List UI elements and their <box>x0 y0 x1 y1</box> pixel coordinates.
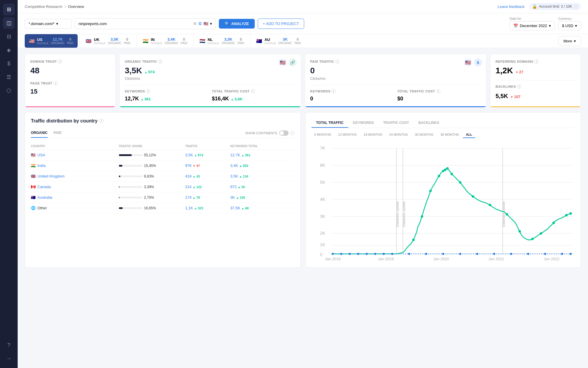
chart-tab-backlinks[interactable]: BACKLINKS <box>414 118 444 128</box>
country-canada[interactable]: 🇨🇦Canada <box>31 185 116 189</box>
backlinks-section: BACKLINKS i 5,5K 107 <box>496 80 575 100</box>
paid-info-icon[interactable]: i <box>335 59 339 64</box>
google-icon: G <box>199 21 202 26</box>
backlinks-label: BACKLINKS i <box>496 84 575 89</box>
total-cost-info-icon[interactable]: i <box>251 89 255 93</box>
leave-feedback-link[interactable]: Leave feedback <box>497 4 524 9</box>
sidebar-item-globe[interactable]: ⬡ <box>3 85 15 97</box>
paid-traffic-label: PAID TRAFFIC i <box>310 59 481 64</box>
us-paid-val: 0 <box>69 37 71 42</box>
time-tab-all[interactable]: ALL <box>463 132 475 138</box>
sidebar-item-list[interactable]: ☰ <box>3 71 15 83</box>
breadcrumb-root[interactable]: Competitive Research <box>25 4 62 9</box>
page-trust-info-icon[interactable]: i <box>54 81 58 85</box>
sidebar-item-tag[interactable]: ◈ <box>3 44 15 56</box>
sidebar-item-layers[interactable]: ◫ <box>3 17 15 29</box>
sidebar-item-grid[interactable]: ⊟ <box>3 31 15 42</box>
page-trust-value: 15 <box>30 88 110 95</box>
uk-organic-label: ORGANIC <box>108 42 121 45</box>
clear-search-icon[interactable]: ✕ <box>193 21 197 26</box>
in-tab-paid: 0 PAID <box>181 37 187 45</box>
svg-point-24 <box>429 190 432 192</box>
currency-select[interactable]: $ USD ▾ <box>558 21 581 30</box>
nl-paid-val: 0 <box>240 37 242 42</box>
svg-point-45 <box>374 253 376 255</box>
time-tab-36m[interactable]: 36 MONTHS <box>437 132 462 138</box>
backlinks-value: 5,5K <box>496 93 508 100</box>
country-tab-us[interactable]: 🇺🇸 US GOOGLE 12,7K ORGANIC 0 PAID <box>25 34 78 48</box>
add-to-project-button[interactable]: + ADD TO PROJECT <box>258 19 304 29</box>
backlinks-info-icon[interactable]: i <box>517 84 521 89</box>
country-australia[interactable]: 🇦🇺Australia <box>31 195 116 200</box>
analyze-label: ANALYZE <box>231 21 249 26</box>
account-limit-info[interactable]: i <box>574 4 578 9</box>
svg-text:Jan 2020: Jan 2020 <box>433 257 449 261</box>
domain-trust-info-icon[interactable]: i <box>58 59 62 64</box>
content-area: DOMAIN TRUST i 48 PAGE TRUST i 15 🇺🇸 🔗 <box>18 48 588 368</box>
svg-point-51 <box>459 253 461 255</box>
continents-info-icon[interactable]: i <box>290 131 294 135</box>
paid-cost-info-icon[interactable]: i <box>436 89 440 93</box>
date-select[interactable]: 📅 December 2022 ▾ <box>509 21 555 30</box>
time-tab-18m[interactable]: 18 MONTHS <box>361 132 385 138</box>
referring-info-icon[interactable]: i <box>534 59 539 64</box>
col-traffic: TRAFFIC <box>185 145 228 148</box>
paid-keywords-info-icon[interactable]: i <box>332 89 336 93</box>
main-content: Competitive Research > Overview Leave fe… <box>18 0 588 368</box>
svg-point-30 <box>459 181 462 184</box>
search-input[interactable] <box>79 21 191 26</box>
chart-tabs: TOTAL TRAFFIC KEYWORDS TRAFFIC COST BACK… <box>312 118 575 128</box>
india-keywords: 3,4K 255 <box>230 163 294 168</box>
keywords-value: 12,7K <box>125 96 139 102</box>
chart-tab-total-traffic[interactable]: TOTAL TRAFFIC <box>312 118 348 128</box>
tab-paid[interactable]: PAID <box>54 128 62 138</box>
table-row: 🇬🇧United Kingdom 6,63% 419 43 3,5K 134 <box>31 171 294 182</box>
organic-traffic-value: 3,5K <box>125 66 142 75</box>
time-tab-6m[interactable]: 6 MONTHS <box>312 132 334 138</box>
traffic-dist-info-icon[interactable]: i <box>99 119 104 123</box>
time-tab-30m[interactable]: 30 MONTHS <box>412 132 436 138</box>
country-tab-au[interactable]: 🇦🇺 AU GOOGLE 3K ORGANIC 0 PAID <box>252 34 305 48</box>
chart-tab-keywords[interactable]: KEYWORDS <box>348 118 379 128</box>
usa-bar-wrap: 55,12% <box>119 153 183 157</box>
breadcrumb-separator: > <box>64 4 66 9</box>
country-uk[interactable]: 🇬🇧United Kingdom <box>31 174 116 178</box>
country-tab-nl[interactable]: 🇳🇱 NL GOOGLE 3,3K ORGANIC 0 PAID <box>195 34 248 48</box>
country-usa[interactable]: 🇺🇸USA <box>31 153 116 157</box>
sidebar-item-arrow[interactable]: → <box>3 353 15 364</box>
analyze-button[interactable]: 🔍 ANALYZE <box>219 19 255 29</box>
country-tab-uk[interactable]: 🇬🇧 UK GOOGLE 3,5K ORGANIC 0 PAID <box>81 34 134 48</box>
paid-sub-metrics: KEYWORDS i 0 TOTAL TRAFFIC COST i $0 <box>310 85 481 102</box>
domain-pattern-select[interactable]: *.domain.com/* ▾ <box>25 19 72 29</box>
svg-point-34 <box>518 230 521 233</box>
topbar: Competitive Research > Overview Leave fe… <box>18 0 588 13</box>
us-code: US <box>37 37 49 42</box>
tab-organic[interactable]: ORGANIC <box>31 128 48 138</box>
keywords-value-wrap: 12,7K 361 <box>125 96 208 102</box>
breadcrumb-current: Overview <box>68 4 84 9</box>
svg-point-43 <box>357 253 359 255</box>
india-traffic: 976 47 <box>185 163 228 168</box>
sidebar-item-help[interactable]: ? <box>3 339 15 351</box>
chart-tab-traffic-cost[interactable]: TRAFFIC COST <box>379 118 414 128</box>
australia-traffic: 174 79 <box>185 195 228 200</box>
paid-cost-label: TOTAL TRAFFIC COST i <box>397 89 481 93</box>
country-tab-in[interactable]: 🇮🇳 IN GOOGLE 3,4K ORGANIC 0 PAID <box>139 34 191 48</box>
svg-text:5K: 5K <box>320 180 325 185</box>
time-tab-24m[interactable]: 24 MONTHS <box>386 132 411 138</box>
sidebar-item-dollar[interactable]: $ <box>3 58 15 69</box>
svg-text:7K: 7K <box>320 146 325 150</box>
time-tab-12m[interactable]: 12 MONTHS <box>335 132 359 138</box>
flag-chevron-icon[interactable]: ▾ <box>210 21 212 26</box>
table-row: 🇨🇦Canada 3,39% 214 122 872 55 <box>31 182 294 192</box>
svg-point-40 <box>332 253 334 255</box>
more-button[interactable]: More ▾ <box>558 36 581 46</box>
sidebar-item-home[interactable]: ⊞ <box>3 4 15 15</box>
continents-toggle-switch[interactable] <box>279 130 289 136</box>
organic-info-icon[interactable]: i <box>158 59 162 64</box>
australia-keywords: 3K 155 <box>230 195 294 200</box>
keywords-info-icon[interactable]: i <box>146 89 150 93</box>
svg-text:2K: 2K <box>320 231 325 236</box>
country-india[interactable]: 🇮🇳India <box>31 163 116 168</box>
svg-point-38 <box>565 214 568 217</box>
